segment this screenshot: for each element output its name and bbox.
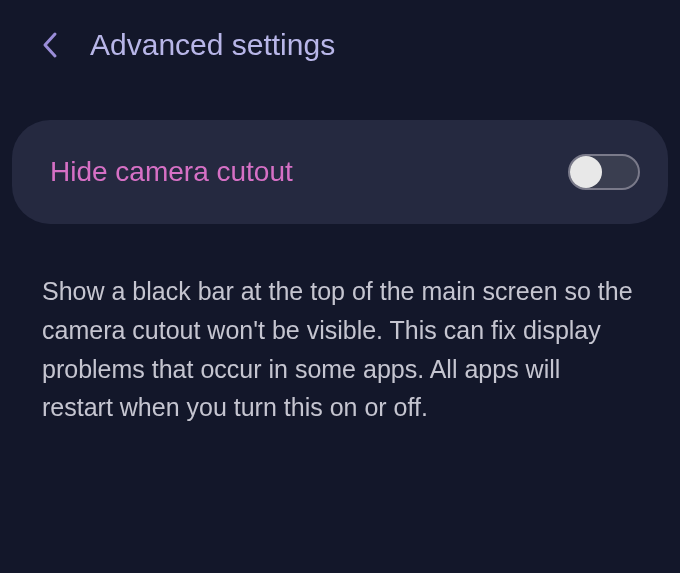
toggle-knob xyxy=(570,156,602,188)
back-icon[interactable] xyxy=(38,33,62,57)
toggle-switch[interactable] xyxy=(568,154,640,190)
header: Advanced settings xyxy=(0,0,680,94)
setting-description: Show a black bar at the top of the main … xyxy=(0,224,680,427)
setting-title: Hide camera cutout xyxy=(50,156,293,188)
page-title: Advanced settings xyxy=(90,28,335,62)
setting-card[interactable]: Hide camera cutout xyxy=(12,120,668,224)
